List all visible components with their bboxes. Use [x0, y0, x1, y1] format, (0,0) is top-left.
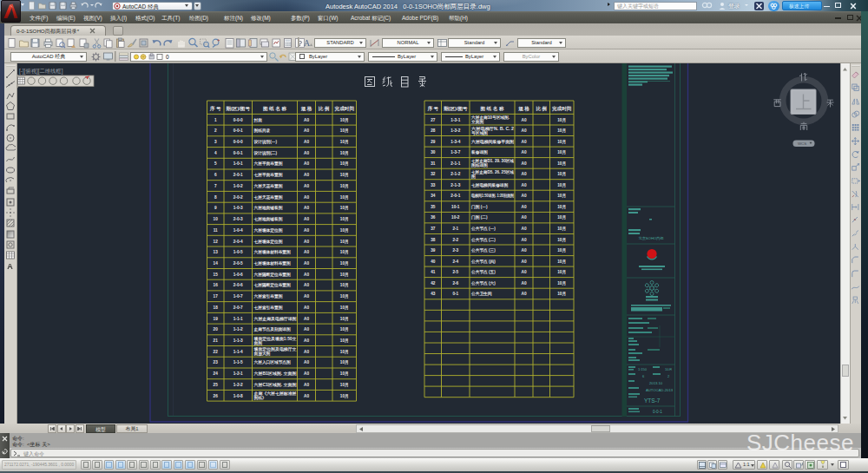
svg-text:图 纸 名 称: 图 纸 名 称	[263, 106, 286, 112]
svg-text:六层隔断定位布置图: 六层隔断定位布置图	[253, 272, 292, 278]
svg-text:面图: 面图	[253, 340, 263, 346]
svg-text:六层墙体材料布置图: 六层墙体材料布置图	[253, 249, 292, 255]
svg-text:8: 8	[214, 195, 217, 200]
svg-text:1-0-5: 1-0-5	[233, 250, 243, 254]
svg-text:A0: A0	[304, 338, 309, 343]
svg-text:15: 15	[214, 273, 219, 277]
svg-text:七层走廊D5. 26. 25区域: 七层走廊D5. 26. 25区域	[471, 169, 514, 175]
svg-text:图纸目录: 图纸目录	[254, 128, 271, 134]
svg-text:六层B1区域图. 立面图: 六层B1区域图. 立面图	[253, 371, 296, 377]
svg-text:1-3-7: 1-3-7	[450, 150, 460, 154]
svg-text:28: 28	[431, 128, 436, 133]
svg-text:20: 20	[214, 327, 219, 332]
svg-text:10月: 10月	[340, 382, 349, 388]
svg-text:10月: 10月	[557, 149, 566, 155]
svg-text:0-0-1: 0-0-1	[233, 128, 243, 133]
svg-text:A0: A0	[304, 294, 309, 299]
svg-text:2-0-1: 2-0-1	[233, 173, 243, 177]
svg-text:A0: A0	[522, 150, 527, 154]
svg-text:AUTOCAD-2013: AUTOCAD-2013	[646, 388, 674, 392]
svg-text:A0: A0	[522, 215, 527, 220]
svg-text:10月: 10月	[340, 239, 349, 245]
svg-text:封面: 封面	[253, 117, 263, 123]
svg-text:31: 31	[431, 161, 436, 166]
svg-text:10月: 10月	[340, 316, 349, 322]
svg-text:10月: 10月	[340, 272, 349, 278]
svg-text:公共节点 (二): 公共节点 (二)	[470, 237, 496, 242]
svg-text:3: 3	[214, 140, 217, 144]
svg-text:32: 32	[431, 172, 436, 176]
svg-text:10月: 10月	[557, 237, 566, 243]
svg-text:六层索引布置图: 六层索引布置图	[253, 293, 283, 299]
svg-text:公共节点 (四): 公共节点 (四)	[470, 259, 496, 265]
svg-text:期(区)/图号: 期(区)/图号	[444, 106, 468, 112]
svg-text:1-0-7: 1-0-7	[233, 294, 243, 299]
svg-text:走廊节点及剖面详图: 走廊节点及剖面详图	[253, 326, 292, 332]
svg-text:期(区)/图号: 期(区)/图号	[226, 106, 250, 112]
svg-text:1-0-6: 1-0-6	[233, 273, 243, 277]
svg-text:A0: A0	[304, 261, 309, 266]
svg-text:10月: 10月	[340, 359, 349, 365]
svg-text:10月: 10月	[340, 338, 349, 344]
svg-text:WCS: WCS	[798, 141, 806, 146]
svg-text:1-0-1: 1-0-1	[233, 161, 243, 166]
svg-text:1: 1	[214, 118, 217, 122]
svg-text:1-3-1: 1-3-1	[450, 118, 460, 122]
svg-text:10月: 10月	[340, 293, 349, 299]
svg-text:10月: 10月	[557, 182, 566, 188]
svg-text:A0: A0	[304, 195, 309, 200]
svg-text:六层地面铺装图: 六层地面铺装图	[253, 205, 283, 211]
svg-text:六层平面布置图: 六层平面布置图	[253, 161, 283, 167]
svg-text:六层入口区域节点图: 六层入口区域节点图	[253, 359, 292, 365]
svg-text:序 号: 序 号	[210, 106, 221, 112]
svg-text:A0: A0	[304, 173, 309, 177]
svg-text:38: 38	[431, 238, 436, 242]
svg-text:5: 5	[214, 161, 217, 166]
svg-text:1-1-1: 1-1-1	[233, 317, 243, 321]
svg-text:2-0-2: 2-0-2	[233, 195, 243, 200]
svg-text:2-0-3: 2-0-3	[233, 217, 243, 221]
svg-text:10月: 10月	[557, 128, 566, 134]
svg-text:10月: 10月	[557, 214, 566, 220]
svg-text:图纸》: 图纸》	[254, 395, 266, 401]
svg-text:1-1-2: 1-1-2	[233, 327, 243, 332]
svg-text:10月: 10月	[557, 259, 566, 265]
svg-text:A0: A0	[304, 240, 309, 244]
svg-text:35: 35	[431, 205, 436, 209]
svg-text:1:150: 1:150	[638, 367, 648, 371]
svg-text:完成时间: 完成时间	[552, 106, 572, 112]
svg-text:七层墙体定位图: 七层墙体定位图	[254, 239, 283, 245]
svg-text:1-2-1: 1-2-1	[233, 371, 243, 376]
svg-text:设计说明(二): 设计说明(二)	[253, 150, 278, 156]
svg-text:七层隔断定位布置图: 七层隔断定位布置图	[254, 282, 292, 288]
svg-text:23: 23	[214, 360, 219, 365]
svg-text:1-0-8: 1-0-8	[233, 394, 243, 398]
svg-text:A0: A0	[304, 128, 309, 133]
svg-text:10月: 10月	[557, 204, 566, 210]
svg-text:4: 4	[214, 151, 217, 155]
svg-text:2013.10: 2013.10	[649, 381, 663, 385]
svg-text:A0: A0	[304, 283, 309, 287]
svg-text:9: 9	[214, 206, 217, 210]
svg-text:42: 42	[431, 281, 436, 286]
svg-text:1-3-2: 1-3-2	[450, 128, 460, 133]
svg-text:1-0-4: 1-0-4	[233, 228, 243, 233]
svg-text:七层电梯间装修详图: 七层电梯间装修详图	[471, 182, 509, 188]
svg-text:1-3-4: 1-3-4	[450, 140, 460, 144]
svg-text:A0: A0	[304, 360, 309, 365]
svg-text:号区域图: 号区域图	[470, 130, 488, 136]
svg-text:2: 2	[214, 128, 217, 133]
svg-text:10月: 10月	[557, 139, 566, 145]
svg-text:立面图: 立面图	[470, 119, 483, 125]
svg-text:10月: 10月	[340, 305, 349, 311]
svg-text:10月: 10月	[340, 393, 349, 399]
svg-text:10月: 10月	[557, 226, 566, 232]
svg-text:1-1-3: 1-1-3	[233, 338, 243, 343]
svg-text:21: 21	[214, 338, 219, 343]
svg-text:36: 36	[431, 215, 436, 220]
svg-text:公共节点 (三): 公共节点 (三)	[470, 247, 496, 253]
svg-text:A0: A0	[304, 394, 309, 398]
svg-text:设计说明(一): 设计说明(一)	[253, 139, 278, 145]
svg-text:北京SOHO尚都: 北京SOHO尚都	[638, 236, 663, 241]
svg-text:10月: 10月	[340, 128, 349, 134]
